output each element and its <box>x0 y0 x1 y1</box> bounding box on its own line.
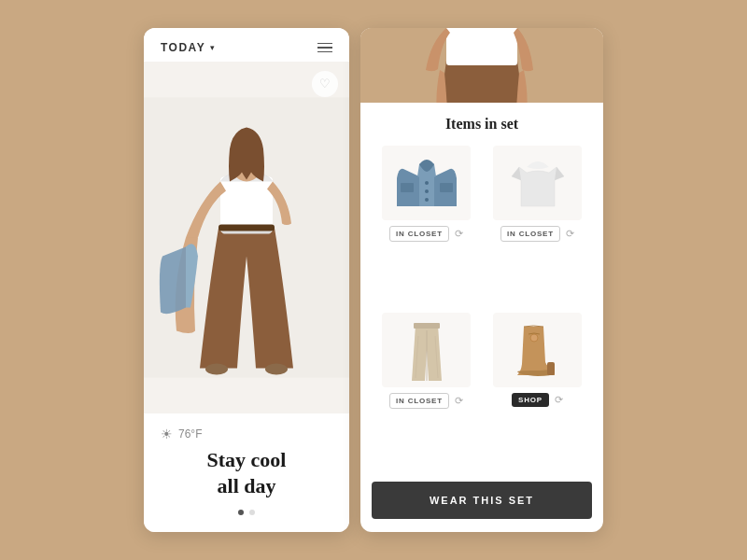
weather-icon: ☀ <box>161 427 173 441</box>
svg-rect-18 <box>414 323 440 329</box>
jacket-image <box>382 146 471 220</box>
pants-in-closet-btn[interactable]: IN CLOSET <box>389 393 449 409</box>
pants-image <box>382 313 471 387</box>
svg-rect-4 <box>218 225 275 231</box>
tshirt-svg <box>500 150 575 216</box>
jacket-swap-icon[interactable]: ⟳ <box>455 228 463 240</box>
model-figure <box>144 62 349 413</box>
wear-set-button[interactable]: WEAR THIS SET <box>372 482 592 519</box>
tshirt-in-closet-btn[interactable]: IN CLOSET <box>500 226 560 242</box>
pants-svg <box>389 317 464 383</box>
boots-shop-btn[interactable]: SHOP <box>512 393 549 407</box>
svg-rect-8 <box>446 28 517 65</box>
right-content: Items in set <box>360 103 603 470</box>
item-card-jacket: IN CLOSET ⟳ <box>375 146 477 303</box>
outfit-image-area: ♡ <box>144 62 349 413</box>
boots-swap-icon[interactable]: ⟳ <box>555 394 563 406</box>
tshirt-swap-icon[interactable]: ⟳ <box>566 228 574 240</box>
item-card-boots: SHOP ⟳ <box>486 313 588 470</box>
dot-2[interactable] <box>249 510 255 515</box>
svg-point-24 <box>530 334 538 342</box>
pants-swap-icon[interactable]: ⟳ <box>455 395 463 407</box>
svg-rect-23 <box>547 362 555 375</box>
boots-actions: SHOP ⟳ <box>512 393 563 407</box>
outfit-title: Stay cool all day <box>161 447 332 498</box>
left-bottom: ☀ 76°F Stay cool all day <box>144 413 349 532</box>
right-panel: Items in set <box>360 28 603 532</box>
weather-row: ☀ 76°F <box>161 427 332 441</box>
svg-point-13 <box>425 181 429 185</box>
heart-button[interactable]: ♡ <box>312 71 338 97</box>
svg-point-6 <box>265 364 288 375</box>
left-panel: TODAY ▾ <box>144 28 349 532</box>
temperature: 76°F <box>178 427 202 441</box>
svg-point-14 <box>425 189 429 193</box>
boots-image <box>493 313 582 387</box>
heart-icon: ♡ <box>319 77 331 91</box>
pants-actions: IN CLOSET ⟳ <box>389 393 463 409</box>
menu-icon[interactable] <box>317 43 332 53</box>
left-header: TODAY ▾ <box>144 28 349 62</box>
jacket-in-closet-btn[interactable]: IN CLOSET <box>389 226 449 242</box>
items-title: Items in set <box>375 116 588 133</box>
today-section[interactable]: TODAY ▾ <box>161 41 215 54</box>
svg-point-15 <box>425 198 429 202</box>
svg-rect-11 <box>401 183 414 192</box>
item-card-tshirt: IN CLOSET ⟳ <box>486 146 588 303</box>
jacket-svg <box>389 150 464 216</box>
dot-1[interactable] <box>238 510 244 515</box>
today-arrow: ▾ <box>210 43 215 52</box>
tshirt-image <box>493 146 582 220</box>
svg-point-5 <box>205 364 228 375</box>
right-top-image <box>360 28 603 103</box>
today-label: TODAY <box>161 41 205 54</box>
boots-svg <box>500 317 575 383</box>
tshirt-actions: IN CLOSET ⟳ <box>500 226 574 242</box>
dots-row <box>161 510 332 515</box>
item-card-pants: IN CLOSET ⟳ <box>375 313 477 470</box>
top-model-preview <box>360 28 603 103</box>
jacket-actions: IN CLOSET ⟳ <box>389 226 463 242</box>
svg-rect-12 <box>440 183 453 192</box>
items-grid: IN CLOSET ⟳ <box>375 146 588 470</box>
